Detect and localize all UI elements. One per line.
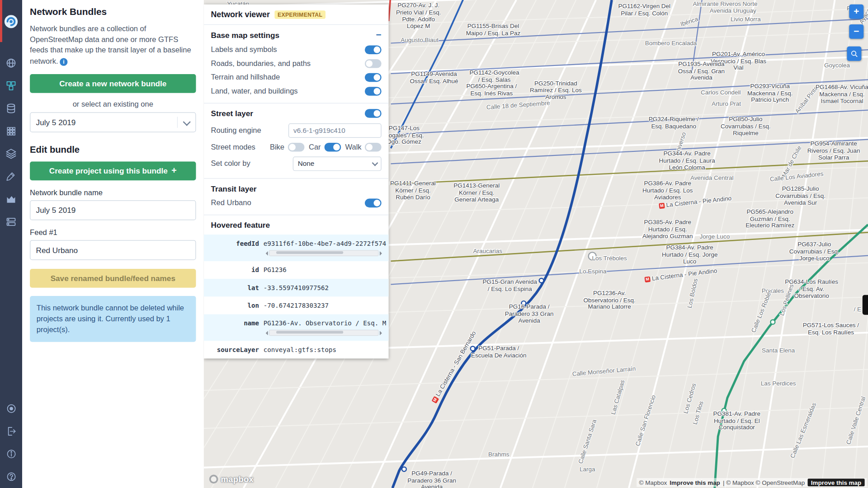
- improve-map-link[interactable]: Improve this map: [807, 479, 864, 486]
- mode-label: Bike: [270, 143, 284, 151]
- regional-icon[interactable]: [0, 210, 22, 233]
- mapbox-wordmark: mapbox: [221, 474, 254, 483]
- toggle-label: Terrain and hillshade: [211, 73, 280, 81]
- info-icon[interactable]: [0, 443, 22, 465]
- feature-value: PG1236-Av. Observatorio / Esq. Maria: [264, 319, 387, 327]
- toggle-switch[interactable]: [365, 87, 382, 96]
- mode-toggle[interactable]: [324, 142, 341, 151]
- help-icon[interactable]: [0, 465, 22, 488]
- zoom-out-button[interactable]: −: [849, 24, 863, 39]
- color-by-value: None: [298, 160, 315, 167]
- toggle-label: Labels and symbols: [211, 45, 277, 53]
- feature-key: lon: [204, 296, 264, 314]
- globe-icon[interactable]: [0, 52, 22, 74]
- edit-pencil-icon[interactable]: [0, 165, 22, 188]
- feature-key: sourceLayer: [204, 341, 264, 358]
- bundle-name-input[interactable]: [30, 201, 196, 221]
- feature-key: feedId: [204, 235, 264, 261]
- mode-label: Car: [309, 143, 321, 151]
- page-title: Network Bundles: [30, 7, 196, 18]
- street-mode: Bike: [270, 142, 304, 151]
- transit-feed-toggle[interactable]: [365, 198, 382, 207]
- scrollbar-track[interactable]: [269, 330, 378, 336]
- edit-bundle-heading: Edit bundle: [30, 145, 196, 155]
- network-viewer-panel: Network viewer EXPERIMENTAL Base map set…: [204, 5, 389, 359]
- basemap-toggle-row: Roads, boundaries, and paths: [211, 56, 382, 70]
- toggle-label: Roads, boundaries, and paths: [211, 59, 311, 67]
- chart-icon[interactable]: [0, 188, 22, 210]
- plus-icon: +: [171, 166, 176, 176]
- bundles-icon[interactable]: [0, 74, 22, 97]
- basemap-toggle-row: Terrain and hillshade: [211, 70, 382, 84]
- dot-circle-icon[interactable]: [0, 397, 22, 420]
- hovered-feature-title: Hovered feature: [211, 221, 270, 230]
- feed-name-input[interactable]: [30, 240, 196, 260]
- basemap-toggle-row: Land, water, and buildings: [211, 84, 382, 98]
- set-color-by-label: Set color by: [211, 160, 250, 168]
- color-by-select[interactable]: None: [293, 156, 382, 171]
- cursor-tooltip: [863, 295, 868, 315]
- attribution-text: | © Mapbox © OpenStreetMap: [723, 479, 805, 486]
- toggle-switch[interactable]: [365, 45, 382, 54]
- bundles-description: Network bundles are a collection of Open…: [30, 23, 196, 66]
- conveyal-logo[interactable]: [0, 10, 22, 33]
- value-scrollbar[interactable]: [264, 250, 387, 256]
- improve-map-link[interactable]: Improve this map: [670, 479, 720, 486]
- scroll-left-icon[interactable]: [264, 331, 268, 335]
- scroll-right-icon[interactable]: [380, 251, 384, 255]
- toggle-switch[interactable]: [365, 59, 382, 68]
- hovered-feature-row: name PG1236-Av. Observatorio / Esq. Mari…: [204, 314, 389, 341]
- feature-value: -70.6742178303237: [264, 301, 387, 309]
- hovered-feature-row: id PG1236: [204, 261, 389, 279]
- feature-value: e9311f6f-10be-4be7-a4d9-2272f574784e: [264, 239, 387, 247]
- street-layer-toggle[interactable]: [365, 109, 382, 118]
- red-indicator: [0, 0, 2, 42]
- bundle-name-label: Network bundle name: [30, 189, 196, 197]
- hovered-feature-row: sourceLayer conveyal:gtfs:stops: [204, 341, 389, 358]
- attribution-text: © Mapbox: [639, 479, 667, 486]
- mode-toggle[interactable]: [365, 142, 382, 151]
- info-icon[interactable]: i: [60, 58, 67, 66]
- scroll-right-icon[interactable]: [380, 331, 384, 335]
- grid-icon[interactable]: [0, 119, 22, 142]
- scrollbar-track[interactable]: [269, 250, 378, 256]
- collapse-icon[interactable]: −: [376, 30, 382, 40]
- save-names-button[interactable]: Save renamed bundle/feed names: [30, 269, 196, 288]
- sign-out-icon[interactable]: [0, 420, 22, 442]
- feature-key: id: [204, 261, 264, 279]
- street-layer-section: Street layer Routing engine Street modes…: [204, 103, 389, 179]
- layers-icon[interactable]: [0, 142, 22, 165]
- database-icon[interactable]: [0, 97, 22, 119]
- search-icon: [850, 49, 858, 59]
- feature-value: conveyal:gtfs:stops: [264, 346, 387, 353]
- feature-value: PG1236: [264, 266, 387, 274]
- search-button[interactable]: [847, 47, 861, 61]
- mode-label: Walk: [345, 143, 361, 151]
- transit-layer-title: Transit layer: [211, 184, 257, 193]
- basemap-section: Base map settings − Labels and symbols R…: [204, 25, 389, 103]
- toggle-switch[interactable]: [365, 73, 382, 82]
- hovered-feature-row: lat -33.5597410977562: [204, 279, 389, 296]
- create-bundle-button[interactable]: Create a new network bundle: [30, 74, 196, 93]
- routing-engine-label: Routing engine: [211, 126, 261, 134]
- transit-layer-section: Transit layer Red Urbano: [204, 179, 389, 216]
- value-scrollbar[interactable]: [264, 330, 387, 336]
- feature-key: lat: [204, 279, 264, 296]
- mapbox-logo[interactable]: mapbox: [209, 474, 254, 483]
- delete-warning-alert: This network bundle cannot be deleted wh…: [30, 296, 196, 342]
- street-mode: Walk: [345, 142, 381, 151]
- scrollbar-thumb[interactable]: [276, 331, 344, 333]
- mode-toggle[interactable]: [288, 142, 304, 151]
- zoom-in-button[interactable]: +: [849, 5, 863, 19]
- scrollbar-thumb[interactable]: [276, 251, 344, 254]
- create-project-button[interactable]: Create project using this bundle +: [30, 162, 196, 181]
- scroll-left-icon[interactable]: [264, 251, 268, 255]
- bundle-select-value: July 5 2019: [36, 118, 76, 127]
- viewer-title: Network viewer: [211, 10, 270, 19]
- bundle-select[interactable]: July 5 2019: [30, 113, 196, 132]
- street-modes-label: Street modes: [211, 143, 255, 151]
- basemap-section-title: Base map settings: [211, 31, 279, 40]
- street-layer-title: Street layer: [211, 109, 253, 118]
- routing-engine-input[interactable]: [288, 123, 382, 137]
- feature-value: -33.5597410977562: [264, 284, 387, 291]
